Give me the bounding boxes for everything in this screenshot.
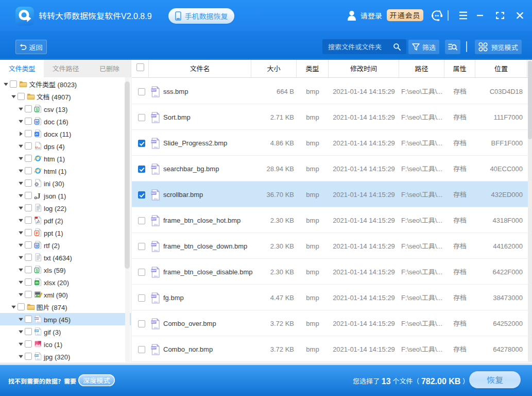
svg-text:xls: xls bbox=[36, 282, 39, 284]
svg-text:BMP: BMP bbox=[151, 243, 156, 246]
svg-text:GIF: GIF bbox=[35, 330, 39, 332]
svg-text:BMP: BMP bbox=[151, 218, 156, 220]
svg-text:BMP: BMP bbox=[151, 114, 156, 117]
svg-text:W: W bbox=[35, 244, 39, 248]
svg-text:BMP: BMP bbox=[151, 295, 156, 298]
svg-text:J: J bbox=[37, 192, 41, 200]
svg-text:BMP: BMP bbox=[151, 269, 156, 272]
svg-text:S: S bbox=[36, 269, 38, 272]
svg-text:BMP: BMP bbox=[35, 318, 39, 320]
svg-text:S: S bbox=[36, 108, 38, 111]
svg-text:P: P bbox=[36, 232, 38, 235]
svg-text:BMP: BMP bbox=[151, 321, 156, 323]
svg-text:W: W bbox=[35, 120, 39, 124]
svg-text:JPG: JPG bbox=[35, 355, 39, 357]
svg-text:BMP: BMP bbox=[151, 140, 156, 143]
svg-text:BMP: BMP bbox=[151, 346, 156, 349]
svg-text:BMP: BMP bbox=[151, 192, 156, 194]
svg-text:BMP: BMP bbox=[151, 89, 156, 91]
svg-text:BMP: BMP bbox=[151, 166, 156, 169]
svg-text:u: u bbox=[35, 145, 38, 150]
